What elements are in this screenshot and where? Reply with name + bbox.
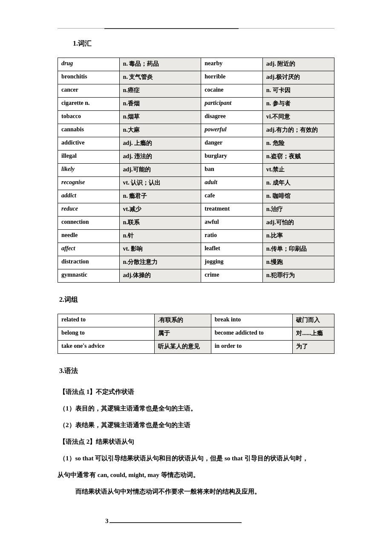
vocab-word: affect (58, 243, 120, 256)
page-number: 3 (105, 517, 334, 525)
vocab-word: cigarette n. (58, 98, 120, 111)
grammar-block: 【语法点 1】不定式作状语 （1）表目的，其逻辑主语通常也是全句的主语。 （2）… (58, 385, 334, 499)
phrase-term: belong to (58, 327, 155, 341)
vocab-definition: adj. 附近的 (262, 58, 334, 71)
vocab-definition: n. 危险 (262, 137, 334, 150)
vocab-definition: n.传单；印刷品 (262, 243, 334, 256)
vocab-word: adult (201, 177, 263, 190)
vocab-definition: vt.禁止 (262, 164, 334, 177)
vocab-word: addictive (58, 137, 120, 150)
phrase-term: related to (58, 314, 155, 327)
vocab-word: ban (201, 164, 263, 177)
vocab-definition: n.烟草 (119, 111, 201, 124)
phrase-meaning: 破门而入 (293, 314, 334, 327)
grammar-point-2: 【语法点 2】结果状语从句 (59, 435, 334, 449)
vocab-definition: n.大麻 (119, 124, 201, 137)
vocab-definition: n.慢跑 (262, 256, 334, 269)
vocab-word: powerful (201, 124, 263, 137)
vocab-definition: vi.不同意 (262, 111, 334, 124)
vocab-word: cancer (58, 84, 120, 98)
vocab-word: gymnastic (58, 269, 120, 283)
table-row: distractionn.分散注意力joggingn.慢跑 (58, 256, 334, 269)
vocab-word: horrible (201, 71, 263, 84)
vocab-definition: n. 咖啡馆 (262, 190, 334, 203)
vocab-definition: vt. 影响 (119, 243, 201, 256)
table-row: related to.有联系的break into破门而入 (58, 314, 334, 327)
vocab-word: illegal (58, 150, 120, 164)
vocab-definition: n.犯罪行为 (262, 269, 334, 283)
table-row: bronchitisn. 支气管炎horribleadj.极讨厌的 (58, 71, 334, 84)
vocab-word: cocaine (201, 84, 263, 98)
vocab-definition: vt.减少 (119, 203, 201, 217)
table-row: cigarette n.n.香烟participantn. 参与者 (58, 98, 334, 111)
vocab-definition: adj. 上瘾的 (119, 137, 201, 150)
document-page: 1.词汇 drugn. 毒品；药品nearbyadj. 附近的bronchiti… (0, 0, 392, 555)
vocab-word: nearby (201, 58, 263, 71)
table-row: likelyadj.可能的banvt.禁止 (58, 164, 334, 177)
vocab-definition: n.癌症 (119, 84, 201, 98)
table-row: belong to属于become addicted to对......上瘾 (58, 327, 334, 341)
vocab-word: recognise (58, 177, 120, 190)
header-rule (58, 28, 334, 29)
table-row: cancern.癌症cocainen. 可卡因 (58, 84, 334, 98)
vocab-word: treatment (201, 203, 263, 217)
vocab-word: connection (58, 217, 120, 230)
vocab-word: needle (58, 230, 120, 243)
table-row: needlen.针ration.比率 (58, 230, 334, 243)
vocab-definition: adj.体操的 (119, 269, 201, 283)
vocab-definition: n. 瘾君子 (119, 190, 201, 203)
vocab-definition: n.香烟 (119, 98, 201, 111)
vocab-definition: n. 成年人 (262, 177, 334, 190)
vocab-word: burglary (201, 150, 263, 164)
grammar-point-2a: （1）so that 可以引导结果状语从句和目的状语从句，但是 so that … (59, 451, 334, 465)
phrase-meaning: .有联系的 (154, 314, 211, 327)
table-row: addictiveadj. 上瘾的dangern. 危险 (58, 137, 334, 150)
table-row: connectionn.联系awfuladj.可怕的 (58, 217, 334, 230)
vocab-word: ratio (201, 230, 263, 243)
vocab-word: drug (58, 58, 120, 71)
table-row: addictn. 瘾君子cafen. 咖啡馆 (58, 190, 334, 203)
vocab-word: addict (58, 190, 120, 203)
phrase-meaning: 为了 (293, 341, 334, 354)
phrase-meaning: 对......上瘾 (293, 327, 334, 341)
vocab-word: likely (58, 164, 120, 177)
page-number-value: 3 (105, 517, 109, 524)
vocab-definition: n. 可卡因 (262, 84, 334, 98)
phrase-meaning: 听从某人的意见 (154, 341, 211, 354)
page-number-rule (110, 522, 242, 523)
vocab-definition: vt. 认识；认出 (119, 177, 201, 190)
header-rule-dark (104, 28, 239, 29)
vocab-word: cafe (201, 190, 263, 203)
phrase-meaning: 属于 (154, 327, 211, 341)
section-1-heading: 1.词汇 (73, 39, 334, 48)
vocab-word: reduce (58, 203, 120, 217)
vocab-word: distraction (58, 256, 120, 269)
vocab-definition: adj.极讨厌的 (262, 71, 334, 84)
vocab-word: bronchitis (58, 71, 120, 84)
vocab-definition: n.分散注意力 (119, 256, 201, 269)
table-row: illegaladj. 违法的burglaryn.盗窃；夜贼 (58, 150, 334, 164)
phrase-term: become addicted to (211, 327, 293, 341)
vocab-definition: n. 支气管炎 (119, 71, 201, 84)
vocab-definition: n.治疗 (262, 203, 334, 217)
grammar-point-1b: （2）表结果，其逻辑主语通常也是全句的主语 (59, 418, 334, 432)
table-row: tobaccon.烟草disagreevi.不同意 (58, 111, 334, 124)
phrase-term: break into (211, 314, 293, 327)
grammar-point-1: 【语法点 1】不定式作状语 (59, 385, 334, 399)
vocab-definition: adj.可怕的 (262, 217, 334, 230)
vocab-definition: n.比率 (262, 230, 334, 243)
phrase-table: related to.有联系的break into破门而入belong to属于… (58, 314, 334, 354)
section-3-heading: 3.语法 (59, 367, 334, 376)
grammar-point-2c: 而结果状语从句中对情态动词不作要求一般将来时的结构及应用。 (75, 485, 334, 499)
table-row: affectvt. 影响leafletn.传单；印刷品 (58, 243, 334, 256)
table-row: reducevt.减少treatmentn.治疗 (58, 203, 334, 217)
vocab-definition: n. 毒品；药品 (119, 58, 201, 71)
grammar-point-2b: 从句中通常有 can, could, might, may 等情态动词。 (58, 468, 334, 482)
vocab-definition: adj.可能的 (119, 164, 201, 177)
section-2-heading: 2.词组 (59, 295, 334, 304)
table-row: recognisevt. 认识；认出adultn. 成年人 (58, 177, 334, 190)
vocab-definition: n. 参与者 (262, 98, 334, 111)
table-row: gymnasticadj.体操的crimen.犯罪行为 (58, 269, 334, 283)
vocab-definition: n.针 (119, 230, 201, 243)
phrase-term: in order to (211, 341, 293, 354)
